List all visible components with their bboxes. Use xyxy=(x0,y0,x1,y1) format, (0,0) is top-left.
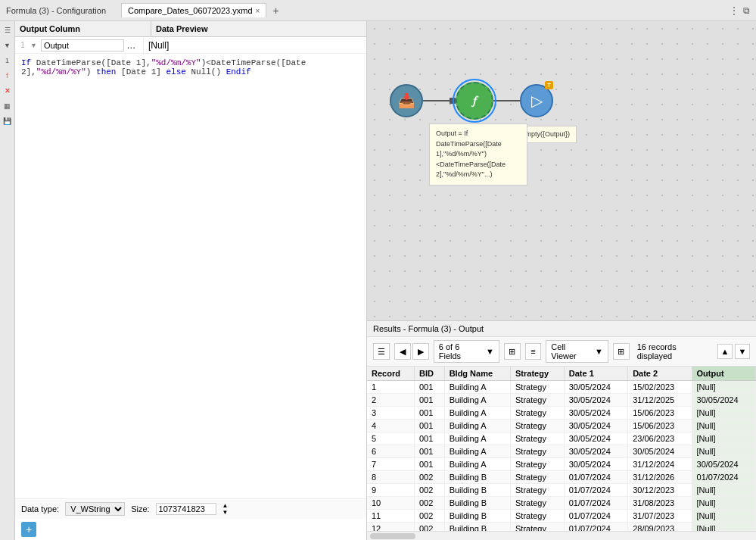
table-row: 5001Building AStrategy30/05/202423/06/20… xyxy=(367,432,756,445)
cell-viewer-icon2[interactable]: ⊞ xyxy=(613,343,630,360)
cell-r8-c5: 31/12/2026 xyxy=(628,471,692,484)
cell-r9-c3: Strategy xyxy=(511,484,565,497)
field-name-input[interactable] xyxy=(41,39,124,52)
node-input[interactable]: 📥 xyxy=(390,84,423,117)
menu-icon[interactable]: ⋮ xyxy=(730,5,739,16)
node-formula[interactable]: 𝑓 Output = If DateTimeParse([Date 1],"%d… xyxy=(456,82,493,120)
field-settings-icon[interactable]: ⚙ xyxy=(138,42,144,50)
sidebar-icon-2[interactable]: ▼ xyxy=(2,39,14,52)
cell-r12-c1: 002 xyxy=(415,523,445,532)
field-name-col: × ⚙ xyxy=(38,38,144,53)
results-prev-icon[interactable]: ◀ xyxy=(394,343,411,360)
add-field-button[interactable]: + xyxy=(21,522,36,537)
cell-r7-c0: 7 xyxy=(367,458,415,471)
results-table-wrap[interactable]: Record BID Bldg Name Strategy Date 1 Dat… xyxy=(367,367,756,531)
fields-dropdown-button[interactable]: 6 of 6 Fields ▼ xyxy=(434,340,499,363)
fields-list-icon[interactable]: ≡ xyxy=(525,343,542,360)
cell-r1-c0: 1 xyxy=(367,381,415,394)
cell-r4-c3: Strategy xyxy=(511,420,565,432)
node-filter[interactable]: ▷ T !IsEmpty({Output}) xyxy=(520,84,553,117)
size-input[interactable] xyxy=(156,503,216,515)
sidebar-icon-x[interactable]: ✕ xyxy=(2,85,14,97)
sidebar-icon-1[interactable]: ☰ xyxy=(2,24,14,36)
col-header-date2: Date 2 xyxy=(628,367,692,381)
fields-btn-label: 6 of 6 Fields xyxy=(439,342,484,361)
sidebar-icon-3[interactable]: 1 xyxy=(2,55,14,67)
field-row-num: 1 xyxy=(15,41,30,49)
canvas-area[interactable]: 📥 𝑓 Output = If DateTimeParse([Date 1],"… xyxy=(367,21,756,320)
cell-r4-c4: 30/05/2024 xyxy=(564,420,627,432)
sidebar-icon-save[interactable]: 💾 xyxy=(2,115,14,127)
top-bar-icons: ⋮ ⧉ xyxy=(730,5,750,16)
table-row: 4001Building AStrategy30/05/202415/06/20… xyxy=(367,420,756,432)
cell-r4-c6: [Null] xyxy=(692,420,755,432)
scroll-thumb[interactable] xyxy=(370,533,415,539)
cell-r2-c3: Strategy xyxy=(511,394,565,407)
formula-node-icon: 𝑓 xyxy=(473,94,476,108)
left-sidebar: ☰ ▼ 1 f ✕ ▦ 💾 xyxy=(0,21,15,540)
sort-down-button[interactable]: ▼ xyxy=(735,344,750,359)
table-row: 11002Building BStrategy01/07/202431/07/2… xyxy=(367,510,756,523)
tab-add-button[interactable]: + xyxy=(269,5,282,17)
horizontal-scrollbar[interactable] xyxy=(367,531,756,540)
table-row: 9002Building BStrategy01/07/202430/12/20… xyxy=(367,484,756,497)
cell-r10-c1: 002 xyxy=(415,497,445,510)
tab-compare-dates[interactable]: Compare_Dates_06072023.yxmd × xyxy=(121,3,266,17)
expand-icon[interactable]: ⧉ xyxy=(743,5,750,16)
results-toolbar: ☰ ◀ ▶ 6 of 6 Fields ▼ ⊞ ≡ Cell Viewer ▼ … xyxy=(367,337,756,367)
field-delete-icon[interactable]: × xyxy=(128,42,132,50)
fields-grid-icon[interactable]: ⊞ xyxy=(504,343,521,360)
table-body: 1001Building AStrategy30/05/202415/02/20… xyxy=(367,381,756,532)
cell-r10-c2: Building B xyxy=(444,497,510,510)
left-panel: Output Column Data Preview 1 ▼ × ⚙ [Null… xyxy=(15,21,367,540)
datatype-select[interactable]: V_WString String WString Int32 Double Da… xyxy=(65,502,125,516)
cell-r3-c6: [Null] xyxy=(692,407,755,420)
sidebar-icon-formula[interactable]: f xyxy=(2,70,14,82)
sort-up-button[interactable]: ▲ xyxy=(717,344,733,359)
cell-r11-c3: Strategy xyxy=(511,510,565,523)
cell-r9-c4: 01/07/2024 xyxy=(564,484,627,497)
cell-r6-c0: 6 xyxy=(367,445,415,458)
datatype-label: Data type: xyxy=(21,504,59,513)
cell-r9-c5: 30/12/2023 xyxy=(628,484,692,497)
cell-r2-c2: Building A xyxy=(444,394,510,407)
table-header-row: Record BID Bldg Name Strategy Date 1 Dat… xyxy=(367,367,756,381)
field-preview-col: [Null] xyxy=(144,39,366,52)
table-row: 3001Building AStrategy30/05/202415/06/20… xyxy=(367,407,756,420)
cell-r1-c1: 001 xyxy=(415,381,445,394)
cell-r8-c3: Strategy xyxy=(511,471,565,484)
col-header-bid: BID xyxy=(415,367,445,381)
sidebar-icon-table[interactable]: ▦ xyxy=(2,100,14,112)
cell-r1-c4: 30/05/2024 xyxy=(564,381,627,394)
cell-r1-c6: [Null] xyxy=(692,381,755,394)
cell-r9-c0: 9 xyxy=(367,484,415,497)
cell-r6-c3: Strategy xyxy=(511,445,565,458)
formula-editor[interactable]: If DateTimeParse([Date 1],"%d/%m/%Y")<Da… xyxy=(15,54,366,498)
cell-r11-c4: 01/07/2024 xyxy=(564,510,627,523)
cell-r12-c4: 01/07/2024 xyxy=(564,523,627,532)
tab-close-icon[interactable]: × xyxy=(256,7,260,15)
col-header-date1: Date 1 xyxy=(564,367,627,381)
cell-r10-c0: 10 xyxy=(367,497,415,510)
results-menu-icon[interactable]: ☰ xyxy=(373,343,390,360)
cell-r8-c2: Building B xyxy=(444,471,510,484)
cell-viewer-label: Cell Viewer xyxy=(551,342,593,361)
cell-r5-c5: 23/06/2023 xyxy=(628,432,692,445)
results-next-icon[interactable]: ▶ xyxy=(412,343,429,360)
sort-buttons: ▲ ▼ xyxy=(717,344,750,359)
cell-r11-c2: Building B xyxy=(444,510,510,523)
cell-r11-c1: 002 xyxy=(415,510,445,523)
size-spinner[interactable]: ▲ ▼ xyxy=(222,502,229,516)
cell-viewer-chevron: ▼ xyxy=(595,347,603,356)
cell-r10-c6: [Null] xyxy=(692,497,755,510)
top-bar: Formula (3) - Configuration Compare_Date… xyxy=(0,0,756,21)
cell-r9-c6: [Null] xyxy=(692,484,755,497)
cell-r6-c4: 30/05/2024 xyxy=(564,445,627,458)
filter-badge: T xyxy=(545,81,553,89)
cell-r2-c5: 31/12/2025 xyxy=(628,394,692,407)
table-row: 1001Building AStrategy30/05/202415/02/20… xyxy=(367,381,756,394)
cell-viewer-button[interactable]: Cell Viewer ▼ xyxy=(546,340,608,363)
table-row: 6001Building AStrategy30/05/202430/05/20… xyxy=(367,445,756,458)
cell-r7-c4: 30/05/2024 xyxy=(564,458,627,471)
cell-r11-c6: [Null] xyxy=(692,510,755,523)
